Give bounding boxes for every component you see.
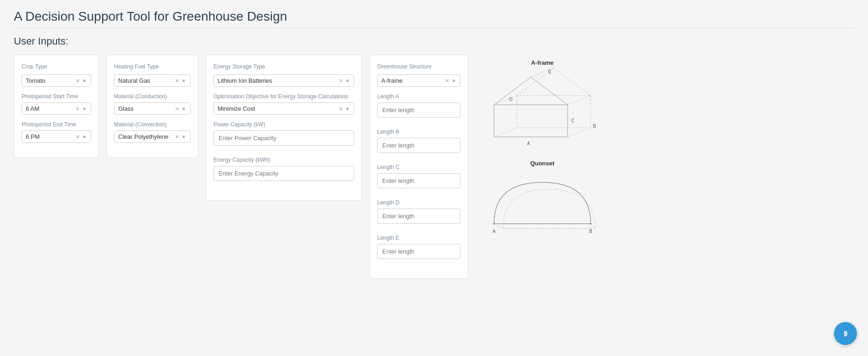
- aframe-label: A-frame: [531, 59, 553, 66]
- material-convection-clear-icon[interactable]: ✕: [175, 134, 179, 140]
- card-greenhouse: Greenhouse Structure A-frame ✕ ▼ Length …: [369, 55, 468, 279]
- svg-line-8: [568, 128, 591, 137]
- svg-point-20: [493, 223, 495, 225]
- heating-fuel-arrow-icon[interactable]: ▼: [181, 78, 186, 84]
- power-capacity-input[interactable]: [213, 130, 354, 146]
- material-conduction-value: Glass: [118, 105, 175, 112]
- svg-rect-0: [494, 105, 568, 137]
- aframe-diagram: A-frame: [476, 59, 609, 151]
- length-e-label: Length E: [377, 235, 460, 241]
- card-energy: Energy Storage Type Lithium Ion Batterie…: [206, 55, 362, 201]
- heating-fuel-label: Heating Fuel Type: [114, 63, 190, 70]
- length-d-label: Length D: [377, 199, 460, 206]
- photoperiod-end-value: 6 PM: [26, 133, 75, 140]
- optimisation-value: Minimize Cost: [218, 105, 339, 112]
- svg-text:D: D: [509, 97, 512, 102]
- next-button[interactable]: [834, 322, 857, 345]
- length-a-input[interactable]: [377, 102, 460, 118]
- heating-fuel-clear-icon[interactable]: ✕: [175, 78, 179, 84]
- photoperiod-start-select[interactable]: 6 AM ✕ ▼: [22, 102, 91, 115]
- photoperiod-end-label: Photoperiod End Time: [22, 121, 91, 128]
- length-d-input[interactable]: [377, 209, 460, 224]
- svg-text:B: B: [589, 229, 592, 234]
- quonset-svg: A B: [476, 169, 609, 237]
- svg-line-6: [494, 96, 517, 105]
- svg-point-21: [590, 223, 592, 225]
- svg-line-9: [568, 96, 591, 105]
- heating-fuel-select[interactable]: Natural Gas ✕ ▼: [114, 74, 190, 87]
- crop-type-select[interactable]: Tomato ✕ ▼: [22, 74, 91, 87]
- crop-type-value: Tomato: [26, 77, 75, 84]
- material-conduction-clear-icon[interactable]: ✕: [175, 106, 179, 112]
- photoperiod-start-value: 6 AM: [26, 105, 75, 112]
- optimisation-arrow-icon[interactable]: ▼: [345, 106, 350, 112]
- app-title: A Decision Support Tool for Greenhouse D…: [14, 9, 854, 24]
- svg-rect-3: [517, 96, 591, 128]
- aframe-svg: A B C D E: [476, 68, 609, 151]
- svg-text:A: A: [493, 229, 496, 234]
- card-crop: Crop Type Tomato ✕ ▼ Photoperiod Start T…: [14, 55, 99, 158]
- material-conduction-arrow-icon[interactable]: ▼: [181, 106, 186, 112]
- length-c-label: Length C: [377, 164, 460, 170]
- length-a-label: Length A: [377, 93, 460, 100]
- crop-type-label: Crop Type: [22, 63, 91, 70]
- material-convection-label: Material (Convection): [114, 121, 190, 128]
- quonset-diagram: Quonset A B: [476, 160, 609, 237]
- energy-storage-value: Lithium Ion Batteries: [218, 77, 339, 84]
- energy-storage-select[interactable]: Lithium Ion Batteries ✕ ▼: [213, 74, 354, 87]
- optimisation-select[interactable]: Minimize Cost ✕ ▼: [213, 102, 354, 115]
- svg-line-5: [554, 68, 591, 96]
- svg-line-7: [494, 128, 517, 137]
- material-convection-value: Clear Polyethylene: [118, 133, 175, 140]
- energy-storage-clear-icon[interactable]: ✕: [339, 78, 343, 84]
- svg-line-18: [494, 224, 503, 228]
- card-heating: Heating Fuel Type Natural Gas ✕ ▼ Materi…: [106, 55, 198, 158]
- quonset-label: Quonset: [530, 160, 555, 167]
- energy-storage-arrow-icon[interactable]: ▼: [345, 78, 350, 84]
- svg-text:A: A: [527, 141, 530, 146]
- title-divider: [14, 28, 854, 28]
- length-b-label: Length B: [377, 129, 460, 135]
- energy-capacity-input[interactable]: [213, 166, 354, 181]
- energy-storage-label: Energy Storage Type: [213, 63, 354, 70]
- optimisation-clear-icon[interactable]: ✕: [339, 106, 343, 112]
- energy-capacity-label: Energy Capacity (kWh): [213, 157, 354, 163]
- photoperiod-start-clear-icon[interactable]: ✕: [75, 106, 80, 112]
- greenhouse-structure-value: A-frame: [381, 77, 445, 84]
- main-content: Crop Type Tomato ✕ ▼ Photoperiod Start T…: [14, 55, 854, 279]
- greenhouse-structure-label: Greenhouse Structure: [377, 63, 460, 70]
- svg-text:C: C: [571, 118, 575, 123]
- material-convection-arrow-icon[interactable]: ▼: [181, 134, 186, 140]
- greenhouse-structure-arrow-icon[interactable]: ▼: [451, 78, 456, 84]
- heating-fuel-value: Natural Gas: [118, 77, 175, 84]
- svg-line-19: [591, 224, 595, 228]
- nav-arrows-icon: [840, 328, 851, 339]
- power-capacity-label: Power Capacity (kW): [213, 121, 354, 128]
- material-conduction-label: Material (Conduction): [114, 93, 190, 100]
- svg-text:E: E: [548, 69, 552, 74]
- optimisation-label: Optimisation Objective for Energy Storag…: [213, 93, 354, 100]
- greenhouse-structure-clear-icon[interactable]: ✕: [445, 78, 449, 84]
- material-convection-select[interactable]: Clear Polyethylene ✕ ▼: [114, 130, 190, 143]
- length-b-input[interactable]: [377, 138, 460, 153]
- photoperiod-end-select[interactable]: 6 PM ✕ ▼: [22, 130, 91, 143]
- photoperiod-end-arrow-icon[interactable]: ▼: [82, 134, 87, 140]
- svg-text:B: B: [593, 124, 596, 129]
- photoperiod-start-arrow-icon[interactable]: ▼: [82, 106, 87, 112]
- material-conduction-select[interactable]: Glass ✕ ▼: [114, 102, 190, 115]
- diagrams-area: A-frame: [476, 55, 609, 237]
- length-c-input[interactable]: [377, 173, 460, 188]
- length-e-input[interactable]: [377, 244, 460, 259]
- crop-type-clear-icon[interactable]: ✕: [75, 78, 80, 84]
- section-label: User Inputs:: [14, 35, 854, 47]
- photoperiod-start-label: Photoperiod Start Time: [22, 93, 91, 100]
- greenhouse-structure-select[interactable]: A-frame ✕ ▼: [377, 74, 460, 87]
- photoperiod-end-clear-icon[interactable]: ✕: [75, 134, 80, 140]
- crop-type-arrow-icon[interactable]: ▼: [82, 78, 87, 84]
